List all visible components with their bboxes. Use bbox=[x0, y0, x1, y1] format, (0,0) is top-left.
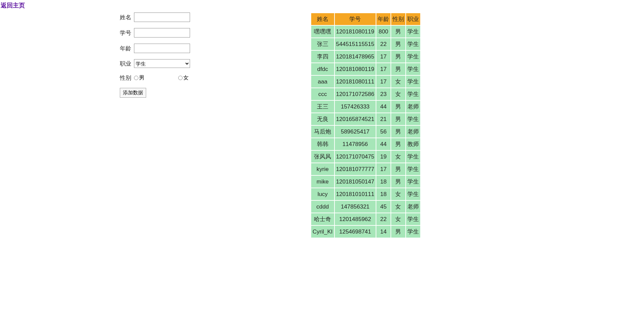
table-row: 张三54451511551522男学生 bbox=[311, 38, 420, 50]
id-input[interactable] bbox=[134, 28, 190, 38]
table-cell-gender: 男 bbox=[391, 126, 405, 138]
table-header-row: 姓名学号年龄性别职业 bbox=[311, 13, 420, 25]
table-cell-job: 学生 bbox=[406, 63, 420, 75]
table-cell-name: 韩韩 bbox=[311, 138, 334, 150]
table-row: mike12018105014718男学生 bbox=[311, 176, 420, 188]
table-cell-id: 120181010111 bbox=[335, 188, 376, 200]
table-cell-job: 学生 bbox=[406, 188, 420, 200]
table-cell-name: lucy bbox=[311, 188, 334, 200]
table-cell-id: 120181050147 bbox=[335, 176, 376, 188]
data-table: 姓名学号年龄性别职业 嘿嘿嘿120181080119800男学生张三544515… bbox=[311, 13, 421, 238]
table-cell-gender: 男 bbox=[391, 51, 405, 63]
table-row: 李四12018147896517男学生 bbox=[311, 51, 420, 63]
table-cell-gender: 女 bbox=[391, 151, 405, 163]
table-cell-job: 学生 bbox=[406, 213, 420, 225]
table-cell-age: 800 bbox=[376, 26, 391, 38]
table-cell-age: 18 bbox=[376, 176, 391, 188]
table-cell-id: 11478956 bbox=[335, 138, 376, 150]
gender-label: 性别 bbox=[120, 74, 134, 82]
table-row: Cyril_KI125469874114男学生 bbox=[311, 226, 420, 238]
table-cell-age: 17 bbox=[376, 76, 391, 88]
table-row: 王三15742633344男老师 bbox=[311, 101, 420, 113]
table-cell-id: 120181077777 bbox=[335, 163, 376, 175]
table-cell-id: 589625417 bbox=[335, 126, 376, 138]
table-cell-gender: 女 bbox=[391, 88, 405, 100]
table-cell-job: 老师 bbox=[406, 201, 420, 213]
table-cell-job: 老师 bbox=[406, 126, 420, 138]
table-cell-age: 23 bbox=[376, 88, 391, 100]
table-cell-age: 44 bbox=[376, 101, 391, 113]
table-row: 嘿嘿嘿120181080119800男学生 bbox=[311, 26, 420, 38]
gender-female-label: 女 bbox=[183, 74, 189, 81]
table-cell-id: 120171072586 bbox=[335, 88, 376, 100]
table-cell-id: 120181080119 bbox=[335, 26, 376, 38]
table-cell-job: 学生 bbox=[406, 26, 420, 38]
table-cell-gender: 女 bbox=[391, 188, 405, 200]
table-cell-job: 学生 bbox=[406, 151, 420, 163]
table-cell-age: 56 bbox=[376, 126, 391, 138]
table-cell-age: 21 bbox=[376, 113, 391, 125]
table-cell-age: 17 bbox=[376, 63, 391, 75]
table-cell-gender: 男 bbox=[391, 226, 405, 238]
name-label: 姓名 bbox=[120, 14, 134, 21]
table-cell-id: 157426333 bbox=[335, 101, 376, 113]
table-cell-name: cddd bbox=[311, 201, 334, 213]
table-cell-name: 马后炮 bbox=[311, 126, 334, 138]
table-cell-id: 1254698741 bbox=[335, 226, 376, 238]
back-home-link[interactable]: 返回主页 bbox=[0, 0, 26, 11]
table-cell-name: 张风风 bbox=[311, 151, 334, 163]
table-cell-age: 44 bbox=[376, 138, 391, 150]
table-cell-job: 学生 bbox=[406, 163, 420, 175]
job-select[interactable]: 学生 bbox=[134, 59, 190, 68]
table-row: cddd14785632145女老师 bbox=[311, 201, 420, 213]
id-label: 学号 bbox=[120, 29, 134, 37]
table-cell-id: 120181080119 bbox=[335, 63, 376, 75]
table-header-cell: 职业 bbox=[406, 13, 420, 25]
table-cell-id: 120171070475 bbox=[335, 151, 376, 163]
table-row: lucy12018101011118女学生 bbox=[311, 188, 420, 200]
table-cell-gender: 男 bbox=[391, 38, 405, 50]
table-cell-job: 学生 bbox=[406, 176, 420, 188]
table-cell-name: 哈士奇 bbox=[311, 213, 334, 225]
table-row: ccc12017107258623女学生 bbox=[311, 88, 420, 100]
table-row: aaa12018108011117女学生 bbox=[311, 76, 420, 88]
name-input[interactable] bbox=[134, 13, 190, 22]
table-cell-age: 22 bbox=[376, 38, 391, 50]
table-cell-age: 18 bbox=[376, 188, 391, 200]
table-cell-name: ccc bbox=[311, 88, 334, 100]
table-row: 韩韩1147895644男教师 bbox=[311, 138, 420, 150]
table-cell-id: 147856321 bbox=[335, 201, 376, 213]
gender-male-radio[interactable] bbox=[134, 76, 138, 80]
table-row: 马后炮58962541756男老师 bbox=[311, 126, 420, 138]
gender-female-radio[interactable] bbox=[178, 76, 183, 80]
table-cell-age: 14 bbox=[376, 226, 391, 238]
table-cell-name: Cyril_KI bbox=[311, 226, 334, 238]
table-cell-job: 学生 bbox=[406, 51, 420, 63]
table-cell-gender: 男 bbox=[391, 101, 405, 113]
table-row: kyrie12018107777717男学生 bbox=[311, 163, 420, 175]
table-cell-age: 17 bbox=[376, 51, 391, 63]
table-header-cell: 性别 bbox=[391, 13, 405, 25]
table-cell-name: 张三 bbox=[311, 38, 334, 50]
table-cell-gender: 男 bbox=[391, 138, 405, 150]
table-header-cell: 姓名 bbox=[311, 13, 334, 25]
table-cell-gender: 女 bbox=[391, 76, 405, 88]
table-cell-job: 老师 bbox=[406, 101, 420, 113]
table-cell-name: kyrie bbox=[311, 163, 334, 175]
table-cell-name: 李四 bbox=[311, 51, 334, 63]
age-input[interactable] bbox=[134, 44, 190, 53]
age-label: 年龄 bbox=[120, 45, 134, 52]
gender-male-label: 男 bbox=[139, 74, 144, 81]
table-cell-id: 544515115515 bbox=[335, 38, 376, 50]
table-header-cell: 学号 bbox=[335, 13, 376, 25]
table-cell-gender: 男 bbox=[391, 63, 405, 75]
table-cell-id: 120165874521 bbox=[335, 113, 376, 125]
form-panel: 姓名 学号 年龄 职业 学生 性别 男 bbox=[120, 13, 221, 98]
add-data-button[interactable]: 添加数据 bbox=[120, 88, 146, 98]
table-cell-job: 学生 bbox=[406, 76, 420, 88]
table-cell-job: 学生 bbox=[406, 38, 420, 50]
table-row: dfdc12018108011917男学生 bbox=[311, 63, 420, 75]
table-cell-gender: 男 bbox=[391, 26, 405, 38]
table-row: 张风风12017107047519女学生 bbox=[311, 151, 420, 163]
table-cell-name: 无良 bbox=[311, 113, 334, 125]
